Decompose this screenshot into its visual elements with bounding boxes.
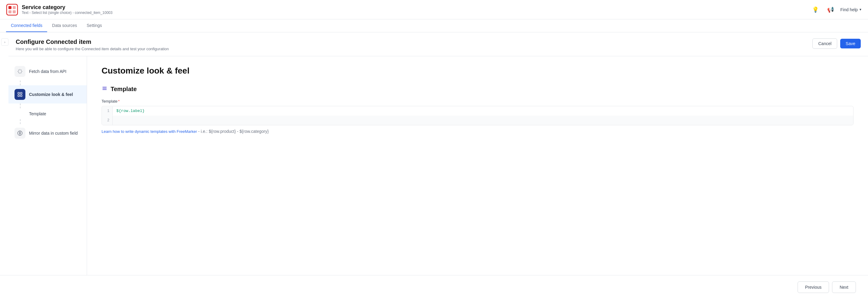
find-help-button[interactable]: Find help ▼ <box>840 7 862 12</box>
freemarker-help-link[interactable]: Learn how to write dynamic templates wit… <box>101 129 197 134</box>
svg-rect-6 <box>21 92 22 94</box>
svg-rect-7 <box>18 95 19 97</box>
header-actions: 💡 📢 Find help ▼ <box>810 4 862 15</box>
tab-connected-fields[interactable]: Connected fields <box>6 19 47 32</box>
code-line-2: 2 <box>102 116 853 125</box>
left-nav: Fetch data from API <box>8 56 87 299</box>
sidebar-toggle-area: › <box>0 32 8 299</box>
template-field-label: Template* <box>101 99 854 104</box>
megaphone-icon[interactable]: 📢 <box>826 4 836 15</box>
help-link-container: Learn how to write dynamic templates wit… <box>101 129 854 134</box>
line-number-1: 1 <box>102 107 113 116</box>
mirror-icon <box>14 128 25 139</box>
bottom-navigation: Previous Next <box>0 275 868 299</box>
tab-settings[interactable]: Settings <box>82 19 107 32</box>
configure-header: Configure Connected item Here you will b… <box>8 32 868 56</box>
svg-rect-1 <box>8 6 11 9</box>
nav-item-fetch-label: Fetch data from API <box>29 69 66 74</box>
nav-item-customize-label: Customize look & feel <box>29 92 73 97</box>
lightbulb-icon[interactable]: 💡 <box>810 4 820 15</box>
header-title-block: Service category Text - Select list (sin… <box>22 4 810 15</box>
next-button[interactable]: Next <box>832 281 856 293</box>
svg-rect-3 <box>8 10 11 13</box>
configure-body: Fetch data from API <box>8 56 868 299</box>
line-content-2 <box>113 116 853 125</box>
main-content-area: Customize look & feel Template Template* <box>87 56 868 299</box>
nav-item-template[interactable]: Template <box>8 108 87 119</box>
nav-connector-2 <box>20 104 87 108</box>
cancel-button[interactable]: Cancel <box>812 38 837 49</box>
line-content-1: ${row.label} <box>113 106 853 116</box>
app-title: Service category <box>22 4 810 10</box>
chevron-down-icon: ▼ <box>859 8 862 11</box>
save-button[interactable]: Save <box>840 39 861 48</box>
line-number-2: 2 <box>102 116 113 125</box>
configure-title-block: Configure Connected item Here you will b… <box>16 38 169 51</box>
svg-point-10 <box>19 133 21 134</box>
svg-rect-5 <box>18 92 19 94</box>
nav-connector-3 <box>20 119 87 124</box>
template-section-title: Template <box>111 86 136 92</box>
nav-item-fetch[interactable]: Fetch data from API <box>8 62 87 81</box>
nav-item-mirror[interactable]: Mirror data in custom field <box>8 124 87 142</box>
template-section-icon <box>101 85 107 93</box>
template-code-editor[interactable]: 1 ${row.label} 2 <box>101 106 854 125</box>
template-section-header: Template <box>101 85 854 93</box>
configure-actions: Cancel Save <box>812 38 861 49</box>
tab-data-sources[interactable]: Data sources <box>47 19 82 32</box>
previous-button[interactable]: Previous <box>798 281 829 293</box>
header: Service category Text - Select list (sin… <box>0 0 868 19</box>
nav-item-template-label: Template <box>29 111 46 116</box>
svg-rect-0 <box>7 4 18 15</box>
configure-description: Here you will be able to configure the C… <box>16 47 169 51</box>
svg-rect-8 <box>21 95 22 97</box>
nav-item-mirror-label: Mirror data in custom field <box>29 131 78 136</box>
app-logo <box>6 4 18 16</box>
customize-icon <box>14 89 25 100</box>
sidebar-toggle-button[interactable]: › <box>1 38 8 46</box>
nav-connector-1 <box>20 81 87 85</box>
code-line-1: 1 ${row.label} <box>102 106 853 116</box>
configure-title: Configure Connected item <box>16 38 169 46</box>
svg-rect-4 <box>13 10 16 13</box>
help-link-suffix: - i.e.: ${row.product} - ${row.category} <box>198 129 269 134</box>
fetch-icon <box>14 66 25 77</box>
app-subtitle: Text - Select list (single choice) - con… <box>22 10 810 15</box>
tab-bar: Connected fields Data sources Settings <box>0 19 868 32</box>
configure-wrapper: Configure Connected item Here you will b… <box>8 32 868 299</box>
svg-rect-2 <box>13 6 16 9</box>
page-title: Customize look & feel <box>101 66 854 76</box>
nav-item-customize[interactable]: Customize look & feel <box>8 85 87 104</box>
